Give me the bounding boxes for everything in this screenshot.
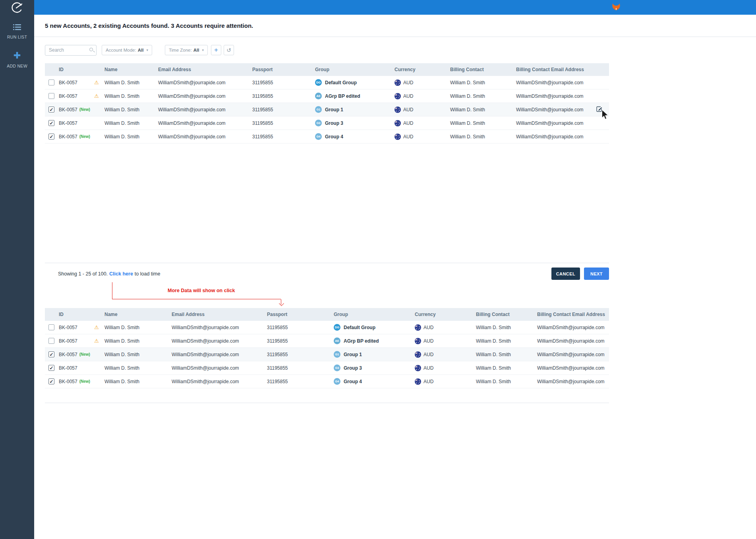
billing-contact-email: WilliamDSmith@jourrapide.com: [537, 365, 609, 371]
row-checkbox[interactable]: ✓: [48, 93, 54, 99]
group-badge-icon: G1: [334, 351, 340, 358]
chevron-down-icon: ▾: [202, 48, 204, 52]
table-row[interactable]: ✓ BK-0057 (New) ⚠ William D. Smith Willi…: [45, 130, 609, 143]
col-name: Name: [104, 312, 172, 317]
new-badge: (New): [79, 379, 90, 384]
group-badge-icon: G3: [334, 365, 340, 371]
new-badge: (New): [79, 107, 90, 112]
account-mode-dropdown[interactable]: Account Mode: All ▾: [102, 45, 152, 55]
load-more-link[interactable]: Click here: [109, 271, 133, 277]
summary-bar: 5 new Accounts, 2 existing Accounts foun…: [34, 15, 756, 37]
add-button[interactable]: +: [211, 45, 221, 55]
edit-icon[interactable]: [596, 106, 603, 112]
table-row[interactable]: ✓ BK-0057 ⚠ William D. Smith WilliamDSmi…: [45, 89, 609, 103]
search-icon: [89, 48, 93, 51]
account-name: William D. Smith: [104, 379, 172, 384]
col-currency: Currency: [394, 67, 450, 72]
new-badge: (New): [79, 352, 90, 357]
account-email: WilliamDSmith@jourrapide.com: [172, 352, 267, 357]
row-checkbox[interactable]: ✓: [48, 338, 54, 344]
refresh-button[interactable]: ↺: [224, 45, 234, 55]
sidebar: RUN LIST ADD NEW: [0, 0, 34, 539]
currency-code: AUD: [403, 134, 413, 140]
billing-contact-email: WilliamDSmith@jourrapide.com: [516, 134, 609, 140]
row-checkbox[interactable]: ✓: [48, 365, 54, 371]
accounts-table: ID Name Email Address Passport Group Cur…: [45, 63, 609, 263]
row-checkbox[interactable]: ✓: [48, 324, 54, 330]
account-email: WilliamDSmith@jourrapide.com: [172, 325, 267, 330]
sidebar-item-label: RUN LIST: [7, 35, 27, 39]
col-group: Group: [315, 67, 394, 72]
run-list-icon: [13, 24, 21, 32]
account-email: WilliamDSmith@jourrapide.com: [158, 120, 252, 126]
search-box: [45, 45, 97, 56]
account-passport: 31195855: [267, 365, 334, 371]
table-footer: Showing 1 - 25 of 100. Click here to loa…: [45, 268, 609, 280]
account-id: BK-0057: [59, 120, 77, 126]
checkmark-icon: ✓: [49, 352, 53, 357]
currency-code: AUD: [423, 338, 433, 344]
pagination-status: Showing 1 - 25 of 100. Click here to loa…: [58, 271, 160, 277]
table-row[interactable]: ✓ BK-0057 (New) ⚠ William D. Smith Willi…: [45, 103, 609, 116]
row-checkbox[interactable]: ✓: [48, 351, 54, 357]
account-passport: 31195855: [267, 338, 334, 344]
sidebar-item-label: ADD NEW: [7, 64, 27, 68]
account-name: William D. Smith: [104, 120, 158, 126]
table-row[interactable]: ✓ BK-0057 ⚠ William D. Smith WilliamDSmi…: [45, 116, 609, 130]
table-row[interactable]: ✓ BK-0057 ⚠ William D. Smith WilliamDSmi…: [45, 334, 609, 348]
billing-contact: William D. Smith: [450, 93, 516, 99]
col-id: ID: [59, 312, 104, 317]
row-checkbox[interactable]: ✓: [48, 378, 54, 384]
topbar: [34, 0, 756, 15]
annotation-text: More Data will show on click: [168, 288, 235, 293]
billing-contact-email: WilliamDSmith@jourrapide.com: [516, 120, 609, 126]
row-checkbox[interactable]: ✓: [48, 134, 54, 140]
action-buttons: CANCEL NEXT: [551, 268, 609, 280]
row-checkbox[interactable]: ✓: [48, 107, 54, 112]
billing-contact: William D. Smith: [476, 379, 537, 384]
table-row[interactable]: ✓ BK-0057 (New) ⚠ William D. Smith Willi…: [45, 348, 609, 361]
next-button[interactable]: NEXT: [584, 268, 609, 280]
account-id: BK-0057: [59, 93, 77, 99]
group-name: Group 1: [325, 107, 343, 112]
table-header: ID Name Email Address Passport Group Cur…: [45, 63, 609, 76]
cancel-button[interactable]: CANCEL: [551, 268, 580, 280]
currency-code: AUD: [423, 325, 433, 330]
billing-contact-email: WilliamDSmith@jourrapide.com: [516, 80, 609, 85]
table-row[interactable]: ✓ BK-0057 ⚠ William D. Smith WilliamDSmi…: [45, 76, 609, 89]
account-email: WilliamDSmith@jourrapide.com: [158, 134, 252, 140]
search-input[interactable]: [45, 45, 97, 56]
annotation-arrow-icon: [281, 299, 281, 304]
row-checkbox[interactable]: ✓: [48, 120, 54, 126]
col-billing-contact: Billing Contact: [476, 312, 537, 317]
billing-contact-email: WilliamDSmith@jourrapide.com: [537, 325, 609, 330]
row-checkbox[interactable]: ✓: [48, 79, 54, 85]
table-row[interactable]: ✓ BK-0057 (New) ⚠ William D. Smith Willi…: [45, 375, 609, 388]
time-zone-dropdown[interactable]: Time Zone: All ▾: [165, 45, 208, 55]
table-row[interactable]: ✓ BK-0057 ⚠ William D. Smith WilliamDSmi…: [45, 321, 609, 334]
refresh-icon: ↺: [226, 47, 231, 53]
account-passport: 31195855: [252, 134, 315, 140]
account-email: WilliamDSmith@jourrapide.com: [172, 379, 267, 384]
checkmark-icon: ✓: [49, 379, 53, 384]
billing-contact: William D. Smith: [476, 365, 537, 371]
table-row[interactable]: ✓ BK-0057 ⚠ William D. Smith WilliamDSmi…: [45, 361, 609, 375]
currency-code: AUD: [423, 379, 433, 384]
toolbar: Account Mode: All ▾ Time Zone: All ▾ + ↺: [45, 45, 609, 56]
group-name: AGrp BP edited: [344, 338, 379, 344]
group-name: AGrp BP edited: [325, 93, 360, 99]
col-name: Name: [104, 67, 158, 72]
sidebar-item-add-new[interactable]: ADD NEW: [7, 51, 27, 68]
account-mode-label: Account Mode:: [106, 48, 136, 52]
account-passport: 31195855: [252, 80, 315, 85]
account-id: BK-0057: [59, 325, 77, 330]
billing-contact: William D. Smith: [450, 80, 516, 85]
account-email: WilliamDSmith@jourrapide.com: [172, 338, 267, 344]
app-window: RUN LIST ADD NEW 5 new Accounts, 2 exist…: [0, 0, 756, 539]
checkmark-icon: ✓: [49, 366, 53, 370]
account-id: BK-0057: [59, 365, 77, 371]
sidebar-item-run-list[interactable]: RUN LIST: [7, 24, 27, 39]
showing-suffix: to load time: [135, 271, 160, 277]
time-zone-value: All: [193, 48, 199, 52]
billing-contact: William D. Smith: [476, 352, 537, 357]
